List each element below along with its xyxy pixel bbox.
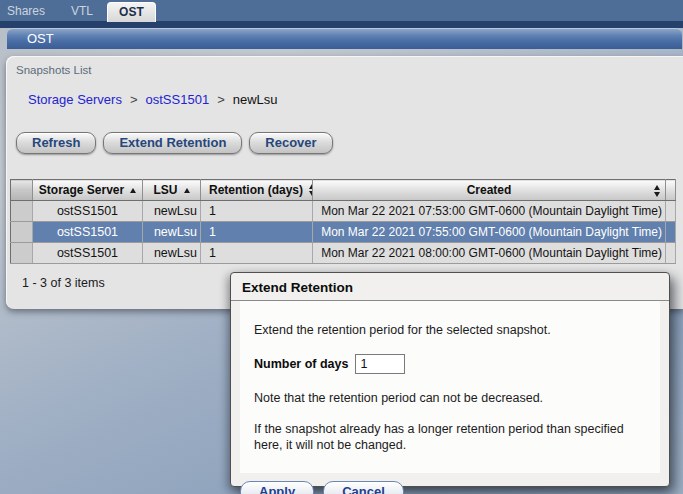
refresh-button[interactable]: Refresh <box>16 132 96 154</box>
snapshots-table: Storage Server LSU Retention (days) Crea… <box>10 179 676 264</box>
items-count: 1 - 3 of 3 items <box>22 276 105 290</box>
dialog-footer: Apply Cancel <box>231 473 669 494</box>
breadcrumb-current: newLsu <box>233 92 278 107</box>
cell-retention: 1 <box>201 201 313 222</box>
dialog-note-longer: If the snapshot already has a longer ret… <box>254 421 646 454</box>
row-selector-cell[interactable] <box>11 201 33 222</box>
snapshots-list-label: Snapshots List <box>16 64 91 76</box>
recover-button[interactable]: Recover <box>249 132 332 154</box>
cell-storage-server: ostSS1501 <box>33 222 143 243</box>
breadcrumb-storage-servers[interactable]: Storage Servers <box>28 92 122 107</box>
filler-column-header <box>666 180 676 201</box>
filler-cell <box>666 222 676 243</box>
breadcrumb: Storage Servers>ostSS1501>newLsu <box>28 92 278 107</box>
dialog-description: Extend the retention period for the sele… <box>254 322 646 338</box>
cell-created: Mon Mar 22 2021 07:53:00 GMT-0600 (Mount… <box>313 201 666 222</box>
column-header-created[interactable]: Created <box>313 180 666 201</box>
number-of-days-input[interactable] <box>355 354 405 374</box>
cell-lsu: newLsu <box>143 243 201 264</box>
apply-button[interactable]: Apply <box>240 481 314 494</box>
table-row[interactable]: ostSS1501 newLsu 1 Mon Mar 22 2021 08:00… <box>11 243 676 264</box>
section-header-title: OST <box>27 31 54 46</box>
section-header: OST <box>7 28 682 49</box>
filler-cell <box>666 243 676 264</box>
column-header-lsu[interactable]: LSU <box>143 180 201 201</box>
tab-bar-underline <box>0 21 683 28</box>
cell-created: Mon Mar 22 2021 08:00:00 GMT-0600 (Mount… <box>313 243 666 264</box>
dialog-title: Extend Retention <box>231 273 669 301</box>
cell-lsu: newLsu <box>143 201 201 222</box>
row-selector-cell[interactable] <box>11 243 33 264</box>
cell-lsu: newLsu <box>143 222 201 243</box>
cell-storage-server: ostSS1501 <box>33 243 143 264</box>
breadcrumb-ostss1501[interactable]: ostSS1501 <box>146 92 210 107</box>
filler-cell <box>666 201 676 222</box>
table-row[interactable]: ostSS1501 newLsu 1 Mon Mar 22 2021 07:53… <box>11 201 676 222</box>
cell-created: Mon Mar 22 2021 07:55:00 GMT-0600 (Mount… <box>313 222 666 243</box>
tab-vtl[interactable]: VTL <box>71 4 93 18</box>
top-tab-bar: Shares VTL OST <box>0 0 683 21</box>
number-of-days-row: Number of days <box>254 354 646 374</box>
cell-retention: 1 <box>201 222 313 243</box>
tab-shares[interactable]: Shares <box>7 4 45 18</box>
column-header-storage-server[interactable]: Storage Server <box>33 180 143 201</box>
number-of-days-label: Number of days <box>254 356 348 372</box>
cell-storage-server: ostSS1501 <box>33 201 143 222</box>
tab-ost[interactable]: OST <box>107 2 156 22</box>
selection-column-header <box>11 180 33 201</box>
column-header-retention[interactable]: Retention (days) <box>201 180 313 201</box>
extend-retention-button[interactable]: Extend Retention <box>103 132 242 154</box>
table-header-row: Storage Server LSU Retention (days) Crea… <box>11 180 676 201</box>
sort-updown-icon <box>654 185 660 197</box>
extend-retention-dialog: Extend Retention Extend the retention pe… <box>230 272 670 487</box>
cancel-button[interactable]: Cancel <box>323 481 404 494</box>
sort-asc-icon <box>184 188 190 193</box>
row-selector-cell[interactable] <box>11 222 33 243</box>
table-row-selected[interactable]: ostSS1501 newLsu 1 Mon Mar 22 2021 07:55… <box>11 222 676 243</box>
cell-retention: 1 <box>201 243 313 264</box>
breadcrumb-separator: > <box>217 92 225 107</box>
dialog-body: Extend the retention period for the sele… <box>240 301 660 473</box>
dialog-note-decrease: Note that the retention period can not b… <box>254 390 646 406</box>
snapshot-toolbar: Refresh Extend Retention Recover <box>16 132 333 154</box>
breadcrumb-separator: > <box>130 92 138 107</box>
sort-asc-icon <box>130 188 136 193</box>
